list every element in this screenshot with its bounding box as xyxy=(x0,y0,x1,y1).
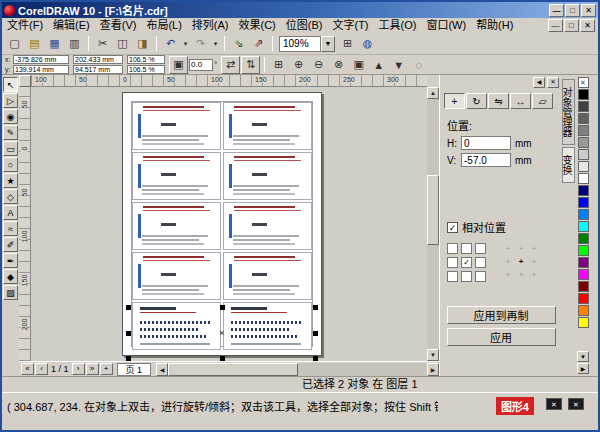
anchor-point[interactable]: + xyxy=(502,256,514,268)
docker-tab-object-manager[interactable]: 对象管理器 xyxy=(562,79,575,145)
color-swatch[interactable] xyxy=(578,161,589,172)
vertical-ruler[interactable]: 50050100150200 xyxy=(19,87,31,361)
business-card[interactable] xyxy=(223,202,312,250)
fill-color-indicator[interactable]: ✕ xyxy=(546,398,562,410)
last-page-button[interactable]: » xyxy=(86,363,99,375)
anchor-point[interactable]: + xyxy=(528,256,540,268)
business-card[interactable] xyxy=(132,202,221,250)
object-x-input[interactable] xyxy=(13,55,69,64)
anchor-checkbox[interactable] xyxy=(447,243,458,254)
intersect-button[interactable]: ⊗ xyxy=(329,56,348,74)
color-swatch[interactable] xyxy=(578,89,589,100)
vertical-scrollbar[interactable]: ▲ ▼ xyxy=(427,87,439,361)
first-page-button[interactable]: « xyxy=(21,363,34,375)
drawing-viewport[interactable]: × xyxy=(31,87,427,361)
position-h-input[interactable] xyxy=(461,136,511,150)
transform-rotate-tab[interactable]: ↻ xyxy=(466,93,487,109)
to-front-button[interactable]: ▲ xyxy=(369,56,388,74)
mirror-vertical-button[interactable]: ⇅ xyxy=(241,56,260,74)
anchor-checkbox[interactable] xyxy=(475,243,486,254)
color-swatch[interactable] xyxy=(578,305,589,316)
anchor-checkbox[interactable] xyxy=(447,257,458,268)
export-icon[interactable]: ⇗ xyxy=(249,35,268,53)
eyedropper-tool[interactable]: ✐ xyxy=(3,237,18,252)
horizontal-scroll-thumb[interactable] xyxy=(168,363,298,376)
color-swatch[interactable] xyxy=(578,257,589,268)
scale-x-input[interactable] xyxy=(127,55,165,64)
color-swatch[interactable] xyxy=(578,293,589,304)
apply-to-duplicate-button[interactable]: 应用到再制 xyxy=(447,306,556,324)
anchor-point[interactable]: + xyxy=(502,243,514,255)
freehand-tool[interactable]: ✎ xyxy=(3,125,18,140)
transform-position-tab[interactable]: + xyxy=(444,93,465,109)
ruler-origin[interactable] xyxy=(19,75,31,87)
position-v-input[interactable] xyxy=(461,153,511,167)
palette-expand-button[interactable]: ▶ xyxy=(577,363,589,374)
redo-icon[interactable]: ↷ xyxy=(191,35,210,53)
transform-skew-tab[interactable]: ▱ xyxy=(532,93,553,109)
scroll-left-button[interactable]: ◀ xyxy=(156,363,168,376)
relative-position-checkbox[interactable]: ✓ xyxy=(447,222,458,233)
cut-icon[interactable]: ✂ xyxy=(93,35,112,53)
interactive-blend-tool[interactable]: ≈ xyxy=(3,221,18,236)
trim-button[interactable]: ⊖ xyxy=(309,56,328,74)
object-height-input[interactable] xyxy=(73,65,123,74)
business-card[interactable] xyxy=(223,102,312,150)
color-swatch[interactable] xyxy=(578,281,589,292)
shape-tool[interactable]: ▷ xyxy=(3,93,18,108)
anchor-checkbox[interactable]: ✓ xyxy=(461,257,472,268)
color-swatch[interactable] xyxy=(578,125,589,136)
next-page-button[interactable]: › xyxy=(72,363,85,375)
business-card[interactable] xyxy=(132,102,221,150)
palette-scroll-down-button[interactable]: ▼ xyxy=(577,351,589,362)
color-swatch[interactable] xyxy=(578,185,589,196)
horizontal-ruler[interactable]: 10050050100150200250300 xyxy=(31,75,427,87)
undo-icon[interactable]: ↶ xyxy=(161,35,180,53)
import-icon[interactable]: ⇘ xyxy=(229,35,248,53)
new-document-icon[interactable]: ▢ xyxy=(5,35,24,53)
weld-button[interactable]: ⊕ xyxy=(289,56,308,74)
object-y-input[interactable] xyxy=(13,65,69,74)
color-swatch[interactable] xyxy=(578,197,589,208)
rotation-angle-input[interactable] xyxy=(189,59,213,71)
menu-item[interactable]: 窗口(W) xyxy=(421,18,471,33)
scroll-up-button[interactable]: ▲ xyxy=(427,87,439,99)
combine-button[interactable]: ⊞ xyxy=(269,56,288,74)
color-swatch[interactable] xyxy=(578,113,589,124)
color-swatch[interactable] xyxy=(578,101,589,112)
color-swatch[interactable] xyxy=(578,233,589,244)
horizontal-scrollbar[interactable]: ◀ ▶ xyxy=(156,363,439,376)
selection-handle[interactable] xyxy=(313,331,318,336)
menu-item[interactable]: 文件(F) xyxy=(2,18,48,33)
polygon-tool[interactable]: ★ xyxy=(3,173,18,188)
menu-item[interactable]: 工具(O) xyxy=(374,18,422,33)
scale-y-input[interactable] xyxy=(127,65,165,74)
menu-item[interactable]: 效果(C) xyxy=(234,18,281,33)
selection-handle[interactable] xyxy=(313,305,318,310)
anchor-checkbox[interactable] xyxy=(447,271,458,282)
application-launcher-icon[interactable]: ⊞ xyxy=(338,35,357,53)
close-button[interactable]: ✕ xyxy=(581,4,596,17)
maximize-button[interactable]: □ xyxy=(565,4,580,17)
business-card[interactable] xyxy=(223,252,312,300)
prev-page-button[interactable]: ‹ xyxy=(35,363,48,375)
print-icon[interactable]: ▥ xyxy=(65,35,84,53)
anchor-point[interactable]: + xyxy=(528,243,540,255)
menu-item[interactable]: 位图(B) xyxy=(281,18,328,33)
to-back-button[interactable]: ▼ xyxy=(389,56,408,74)
color-swatch[interactable] xyxy=(578,269,589,280)
basic-shapes-tool[interactable]: ◇ xyxy=(3,189,18,204)
fill-tool[interactable]: ◆ xyxy=(3,269,18,284)
convert-to-curves-button[interactable]: ◌ xyxy=(409,56,428,74)
menu-item[interactable]: 帮助(H) xyxy=(471,18,518,33)
text-tool[interactable]: A xyxy=(3,205,18,220)
color-swatch[interactable] xyxy=(578,317,589,328)
anchor-point[interactable]: + xyxy=(515,269,527,281)
mirror-horizontal-button[interactable]: ⇄ xyxy=(221,56,240,74)
selection-handle[interactable] xyxy=(220,305,225,310)
title-bar[interactable]: CorelDRAW 10 - [F:\名片.cdr] —□✕ xyxy=(2,2,598,18)
selection-handle[interactable] xyxy=(126,305,131,310)
anchor-checkbox[interactable] xyxy=(475,271,486,282)
minimize-button[interactable]: — xyxy=(549,4,564,17)
color-swatch[interactable] xyxy=(578,209,589,220)
